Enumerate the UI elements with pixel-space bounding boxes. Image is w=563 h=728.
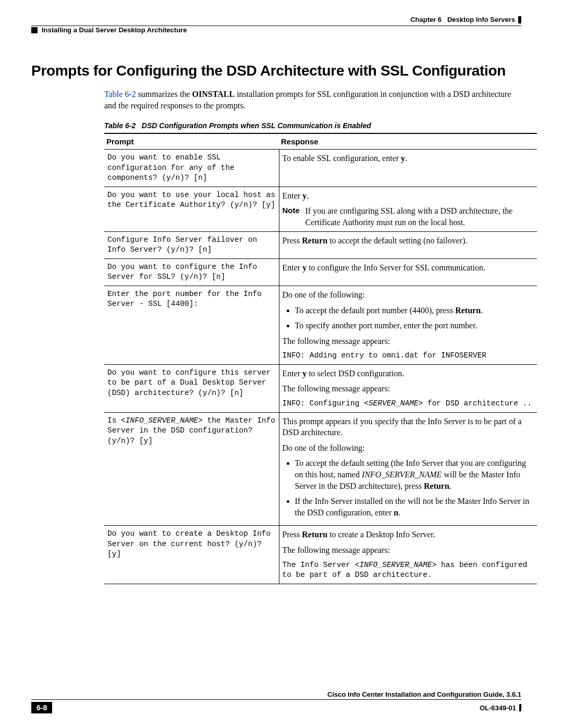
prompt-cell: Do you want to use your local host as th… [104, 187, 279, 231]
response-cell: Enter y to select DSD configuration. The… [279, 364, 537, 412]
note-label: Note [283, 205, 303, 216]
response-cell: Press Return to create a Desktop Info Se… [279, 526, 537, 584]
table-caption: Table 6-2 DSD Configuration Prompts when… [104, 121, 521, 130]
th-response: Response [279, 133, 537, 150]
response-cell: This prompt appears if you specify that … [279, 412, 537, 526]
response-cell: Enter y to configure the Info Server for… [279, 258, 537, 286]
square-icon [31, 27, 38, 33]
table-row: Is <INFO_SERVER_NAME> the Master Info Se… [104, 412, 537, 526]
table-link[interactable]: Table 6-2 [104, 90, 136, 98]
header-bar-icon [518, 16, 521, 23]
config-table: Prompt Response Do you want to enable SS… [104, 133, 537, 584]
prompt-cell: Do you want to create a Desktop Info Ser… [104, 526, 279, 584]
breadcrumb-row: Installing a Dual Server Desktop Archite… [31, 26, 521, 34]
prompt-cell: Do you want to configure this server to … [104, 364, 279, 412]
table-row: Configure Info Server failover on Info S… [104, 231, 537, 258]
response-cell: Press Return to accept the default setti… [279, 231, 537, 258]
footer-bar-icon [519, 704, 521, 711]
table-row: Do you want to configure this server to … [104, 364, 537, 412]
table-row: Do you want to use your local host as th… [104, 187, 537, 231]
table-row: Do you want to configure the Info Server… [104, 258, 537, 286]
th-prompt: Prompt [104, 133, 279, 150]
note-body: If you are configuring SSL along with a … [305, 205, 514, 228]
doc-id: OL-6349-01 [480, 704, 516, 712]
prompt-cell: Is <INFO_SERVER_NAME> the Master Info Se… [104, 412, 279, 526]
page-title: Prompts for Configuring the DSD Architec… [31, 63, 521, 79]
response-cell: To enable SSL configuration, enter y. [279, 150, 537, 187]
table-row: Do you want to create a Desktop Info Ser… [104, 526, 537, 584]
page-number: 6-8 [31, 702, 52, 713]
chapter-num: Chapter 6 [410, 16, 442, 23]
response-cell: Enter y. Note If you are configuring SSL… [279, 187, 537, 231]
prompt-cell: Configure Info Server failover on Info S… [104, 231, 279, 258]
table-row: Enter the port number for the Info Serve… [104, 286, 537, 364]
header-top: Chapter 6 Desktop Info Servers [31, 16, 521, 23]
prompt-cell: Do you want to configure the Info Server… [104, 258, 279, 286]
table-row: Do you want to enable SSL configuration … [104, 150, 537, 187]
page: Chapter 6 Desktop Info Servers Installin… [0, 0, 563, 728]
footer: Cisco Info Center Installation and Confi… [31, 690, 521, 713]
intro-paragraph: Table 6-2 summarizes the OINSTALL instal… [104, 89, 521, 111]
response-cell: Do one of the following: To accept the d… [279, 286, 537, 364]
prompt-cell: Do you want to enable SSL configuration … [104, 150, 279, 187]
prompt-cell: Enter the port number for the Info Serve… [104, 286, 279, 364]
chapter-title: Desktop Info Servers [447, 16, 515, 23]
footer-book-title: Cisco Info Center Installation and Confi… [31, 690, 521, 698]
breadcrumb: Installing a Dual Server Desktop Archite… [42, 26, 187, 34]
